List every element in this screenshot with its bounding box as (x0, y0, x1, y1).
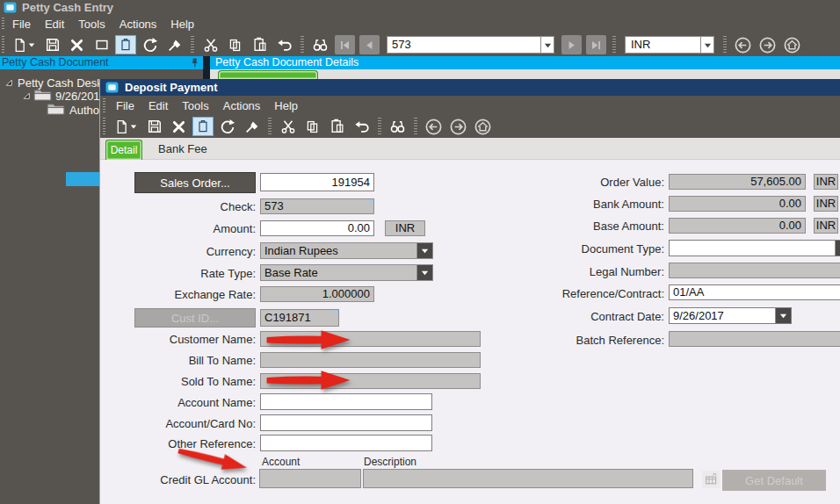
account-name-field[interactable] (260, 393, 432, 410)
bank-amount-field: 0.00 (669, 196, 806, 212)
menu-edit[interactable]: Edit (45, 18, 64, 31)
find-button[interactable] (309, 34, 331, 55)
toolbar-grip (103, 118, 105, 135)
pin-icon[interactable] (191, 57, 199, 68)
new-document-button[interactable] (111, 116, 141, 137)
legal-number-label: Legal Number: (508, 265, 664, 278)
previous-record-button[interactable] (359, 35, 380, 54)
dialog-titlebar: Deposit Payment (100, 79, 840, 96)
cust-id-button[interactable]: Cust ID... (134, 308, 256, 328)
dropdown-arrow-icon[interactable] (416, 243, 432, 258)
home-button[interactable] (472, 116, 494, 137)
tree-item-authorized[interactable]: Author (69, 104, 103, 117)
menu-file[interactable]: File (12, 18, 31, 31)
cut-button[interactable] (277, 116, 299, 137)
toolbar-separator (268, 118, 272, 135)
get-default-button[interactable]: Get Default (722, 470, 826, 491)
amount-label: Amount: (109, 222, 256, 235)
gl-lookup-icon[interactable] (702, 471, 720, 488)
sales-order-button[interactable]: Sales Order... (134, 172, 256, 193)
dialog-menu-actions[interactable]: Actions (223, 99, 261, 112)
currency-dropdown[interactable]: Indian Rupees (260, 242, 433, 259)
exchange-rate-label: Exchange Rate: (109, 288, 256, 301)
paste-button[interactable] (249, 34, 271, 55)
paste-special-button[interactable] (192, 117, 214, 136)
copy-button[interactable] (301, 116, 323, 137)
reference-contract-label: Reference/Contract: (508, 287, 664, 300)
dropdown-arrow-icon[interactable] (835, 241, 840, 256)
datepicker-arrow-icon[interactable] (775, 308, 791, 323)
deposit-payment-dialog: Deposit Payment File Edit Tools Actions … (99, 79, 840, 504)
menu-help[interactable]: Help (170, 18, 194, 31)
contract-date-label: Contract Date: (508, 310, 664, 323)
tab-bank-fee[interactable]: Bank Fee (153, 138, 213, 160)
tab-detail[interactable]: Detail (105, 140, 142, 160)
save-button[interactable] (41, 34, 63, 55)
record-number-dropdown-icon[interactable] (540, 36, 554, 54)
window-button[interactable] (91, 34, 112, 55)
back-button[interactable] (423, 116, 445, 137)
credit-gl-account-field (259, 469, 361, 488)
panel-splitter[interactable] (203, 56, 210, 79)
clear-button[interactable] (241, 116, 263, 137)
next-record-button[interactable] (561, 35, 582, 54)
dropdown-arrow-icon[interactable] (416, 265, 432, 280)
toolbar-separator (301, 36, 304, 54)
dialog-menu-file[interactable]: File (116, 99, 134, 112)
menu-actions[interactable]: Actions (119, 18, 157, 31)
menu-tools[interactable]: Tools (78, 18, 105, 31)
refresh-button[interactable] (139, 34, 161, 55)
forward-button[interactable] (757, 34, 778, 55)
save-button[interactable] (143, 116, 165, 137)
undo-button[interactable] (351, 116, 373, 137)
record-number-input[interactable]: 573 (387, 36, 540, 54)
currency-combo-dropdown-icon[interactable] (700, 36, 714, 54)
clear-button[interactable] (163, 34, 185, 55)
find-button[interactable] (387, 116, 409, 137)
other-reference-field[interactable] (260, 435, 432, 451)
record-number-combo[interactable]: 573 (387, 36, 554, 54)
forward-button[interactable] (447, 116, 469, 137)
panel-headers: Petty Cash Document Petty Cash Document … (0, 56, 840, 69)
dialog-toolbar (100, 115, 840, 138)
new-document-caret-icon[interactable] (28, 41, 35, 48)
reference-contract-field[interactable]: 01/AA (669, 284, 840, 300)
details-active-tab-sliver[interactable] (218, 70, 318, 79)
back-button[interactable] (732, 34, 754, 55)
dialog-menu-tools[interactable]: Tools (182, 99, 208, 112)
dialog-menubar: File Edit Tools Actions Help (100, 96, 840, 115)
last-record-button[interactable] (586, 35, 606, 54)
first-record-button[interactable] (335, 35, 355, 54)
rate-type-dropdown[interactable]: Base Rate (260, 264, 433, 281)
dialog-menu-edit[interactable]: Edit (148, 99, 168, 112)
document-type-dropdown[interactable] (669, 240, 840, 256)
toolbar-separator (612, 36, 616, 54)
copy-button[interactable] (224, 34, 246, 55)
tree-item-petty-cash-desk[interactable]: Petty Cash Desk (18, 76, 103, 90)
tree-expander-icon[interactable] (22, 91, 32, 101)
toolbar-separator (723, 36, 727, 54)
new-document-button[interactable] (9, 34, 39, 55)
delete-button[interactable] (66, 34, 88, 55)
refresh-button[interactable] (216, 116, 238, 137)
new-document-caret-icon[interactable] (130, 123, 137, 130)
cut-button[interactable] (199, 34, 221, 55)
exchange-rate-field: 1.000000 (260, 286, 374, 302)
toolbar-grip (2, 36, 4, 54)
main-menubar: File Edit Tools Actions Help (0, 15, 840, 33)
dialog-menu-help[interactable]: Help (274, 99, 298, 112)
legal-number-field (669, 263, 840, 278)
amount-field[interactable]: 0.00 (260, 220, 374, 236)
contract-date-picker[interactable]: 9/26/2017 (669, 307, 792, 324)
tree-expander-icon[interactable] (4, 78, 14, 88)
paste-special-button[interactable] (115, 35, 136, 54)
home-button[interactable] (781, 34, 803, 55)
currency-combo[interactable]: INR (625, 36, 714, 54)
paste-button[interactable] (326, 116, 348, 137)
sales-order-value-field[interactable]: 191954 (260, 173, 374, 191)
folder-icon (33, 88, 52, 101)
undo-button[interactable] (273, 34, 295, 55)
account-card-no-field[interactable] (260, 414, 432, 431)
currency-combo-value[interactable]: INR (625, 36, 700, 54)
delete-button[interactable] (168, 116, 190, 137)
